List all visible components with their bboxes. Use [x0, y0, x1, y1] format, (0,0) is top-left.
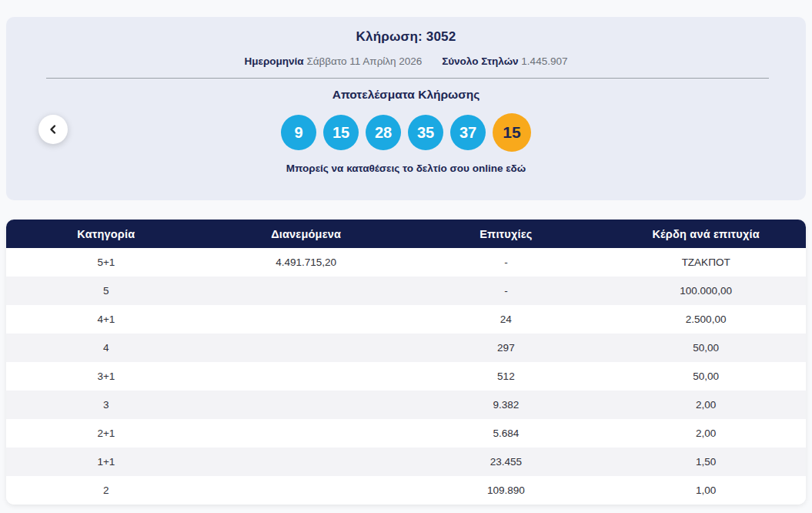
cell-winnings: 2,00 — [606, 391, 806, 419]
table-row: 4 297 50,00 — [6, 334, 806, 362]
draw-columns-value: 1.445.907 — [521, 55, 567, 67]
column-header-category: Κατηγορία — [6, 220, 206, 248]
cell-winners: 512 — [406, 362, 606, 391]
draw-columns: Σύνολο Στηλών 1.445.907 — [442, 55, 567, 67]
table-row: 2+1 5.684 2,00 — [6, 419, 806, 448]
cell-winnings: 2.500,00 — [606, 305, 806, 334]
number-ball: 35 — [408, 115, 443, 150]
cell-winners: - — [406, 277, 606, 305]
number-ball: 37 — [450, 115, 486, 150]
draw-columns-label: Σύνολο Στηλών — [442, 55, 518, 67]
cell-category: 4+1 — [6, 305, 206, 334]
cell-winnings: 100.000,00 — [606, 277, 806, 305]
cell-category: 4 — [6, 334, 206, 362]
drawn-numbers: 9 15 28 35 37 15 — [6, 112, 806, 153]
cell-category: 3 — [6, 391, 206, 419]
cell-winners: 5.684 — [406, 419, 606, 448]
draw-date: Ημερομηνία Σάββατο 11 Απρίλη 2026 — [245, 55, 426, 67]
table-header-row: Κατηγορία Διανεμόμενα Επιτυχίες Κέρδη αν… — [6, 220, 806, 248]
cell-distributed — [206, 419, 406, 448]
number-ball: 28 — [366, 115, 401, 150]
cell-winners: 9.382 — [406, 391, 606, 419]
draw-meta: Ημερομηνία Σάββατο 11 Απρίλη 2026 Σύνολο… — [6, 55, 806, 67]
column-header-winnings-per-win: Κέρδη ανά επιτυχία — [606, 220, 806, 248]
cell-winners: 24 — [406, 305, 606, 334]
cell-category: 5+1 — [6, 248, 206, 277]
cell-category: 3+1 — [6, 362, 206, 391]
cell-winners: 297 — [406, 334, 606, 362]
lottery-results-page: Κλήρωση: 3052 Ημερομηνία Σάββατο 11 Απρί… — [0, 0, 812, 513]
winnings-table-container: Κατηγορία Διανεμόμενα Επιτυχίες Κέρδη αν… — [6, 220, 806, 505]
chevron-left-icon — [48, 124, 58, 135]
table-row: 5+1 4.491.715,20 - ΤΖΑΚΠΟΤ — [6, 248, 806, 277]
cell-winners: 23.455 — [406, 448, 606, 476]
bonus-number-ball: 15 — [493, 113, 531, 152]
draw-date-value: Σάββατο 11 Απρίλη 2026 — [306, 55, 422, 67]
cell-distributed — [206, 277, 406, 305]
results-title: Αποτελέσματα Κλήρωσης — [6, 88, 806, 102]
number-ball: 15 — [323, 115, 359, 150]
number-ball: 9 — [281, 115, 316, 150]
cell-winnings: 50,00 — [606, 334, 806, 362]
table-row: 5 - 100.000,00 — [6, 277, 806, 305]
cell-category: 5 — [6, 277, 206, 305]
cell-winnings: 1,00 — [606, 476, 806, 505]
cell-winners: - — [406, 248, 606, 277]
cell-distributed — [206, 362, 406, 391]
cell-winnings: 2,00 — [606, 419, 806, 448]
cell-category: 1+1 — [6, 448, 206, 476]
table-row: 3 9.382 2,00 — [6, 391, 806, 419]
cell-winners: 109.890 — [406, 476, 606, 505]
table-row: 4+1 24 2.500,00 — [6, 305, 806, 334]
table-row: 2 109.890 1,00 — [6, 476, 806, 505]
cell-winnings: 1,50 — [606, 448, 806, 476]
card-divider — [46, 78, 769, 79]
column-header-distributed: Διανεμόμενα — [206, 220, 406, 248]
column-header-winners: Επιτυχίες — [406, 220, 606, 248]
cell-category: 2 — [6, 476, 206, 505]
cell-winnings: 50,00 — [606, 362, 806, 391]
deposit-online-link[interactable]: Μπορείς να καταθέσεις το δελτίο σου onli… — [286, 163, 526, 174]
draw-summary-card: Κλήρωση: 3052 Ημερομηνία Σάββατο 11 Απρί… — [6, 17, 806, 200]
cell-distributed: 4.491.715,20 — [206, 248, 406, 277]
table-row: 1+1 23.455 1,50 — [6, 448, 806, 476]
cell-distributed — [206, 391, 406, 419]
cell-category: 2+1 — [6, 419, 206, 448]
cell-winnings: ΤΖΑΚΠΟΤ — [606, 248, 806, 277]
winnings-table: Κατηγορία Διανεμόμενα Επιτυχίες Κέρδη αν… — [6, 220, 806, 505]
cell-distributed — [206, 334, 406, 362]
draw-date-label: Ημερομηνία — [245, 55, 304, 67]
draw-title: Κλήρωση: 3052 — [6, 17, 806, 45]
cell-distributed — [206, 476, 406, 505]
cell-distributed — [206, 448, 406, 476]
previous-draw-button[interactable] — [38, 115, 68, 144]
cell-distributed — [206, 305, 406, 334]
table-row: 3+1 512 50,00 — [6, 362, 806, 391]
